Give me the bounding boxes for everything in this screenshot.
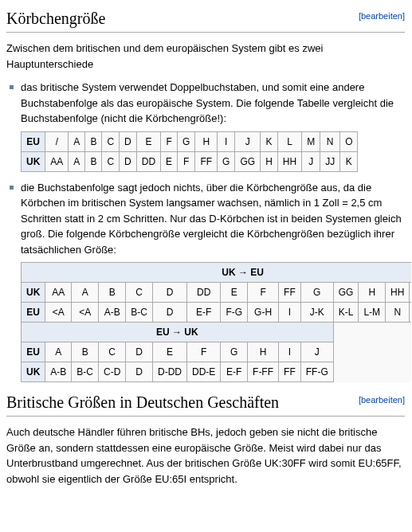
row-label: EU bbox=[22, 303, 45, 323]
list-item: das britische System verwendet Doppelbuc… bbox=[21, 80, 405, 172]
letter-sequence-table: EU /ABCDEFGHIJKLMNO UK AAABCDDDEFFFGGGHH… bbox=[21, 131, 358, 172]
intro-paragraph: Zwischen dem britischen und dem europäis… bbox=[6, 41, 405, 72]
section-heading-korbchengrosse: [bearbeiten] Körbchengröße bbox=[6, 6, 405, 33]
row-label: EU bbox=[22, 131, 45, 151]
row-label: UK bbox=[22, 151, 45, 171]
cup-size-table: UK → EU UK AAABCDDDEFFFGGGHHHJJJ EU <A<A… bbox=[21, 262, 411, 382]
heading-text: Körbchengröße bbox=[6, 10, 105, 27]
table-section-header: UK → EU bbox=[22, 263, 412, 283]
heading-text: Britische Größen in Deutschen Geschäften bbox=[6, 393, 279, 411]
row-label: UK bbox=[22, 283, 45, 303]
list-item: die Buchstabenfolge sagt jedoch nichts, … bbox=[21, 180, 405, 383]
edit-link-1[interactable]: [bearbeiten] bbox=[359, 10, 405, 23]
table-section-header: EU → UK bbox=[22, 323, 334, 342]
edit-link-2[interactable]: [bearbeiten] bbox=[359, 393, 405, 407]
row-label: UK bbox=[22, 362, 45, 382]
row-label: EU bbox=[22, 342, 45, 362]
section-heading-british-sizes: [bearbeiten] Britische Größen in Deutsch… bbox=[6, 390, 405, 417]
sec2-paragraph: Auch deutsche Händler führen britische B… bbox=[6, 424, 405, 487]
